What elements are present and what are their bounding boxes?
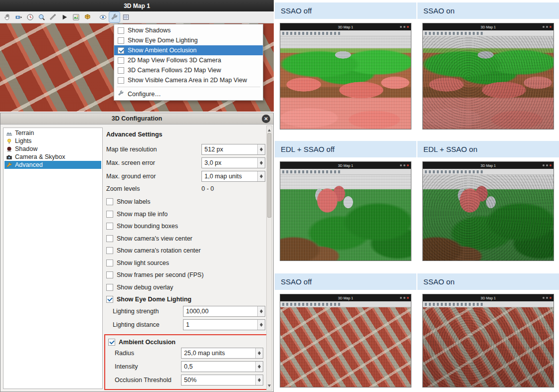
window-title: 3D Map 1 (124, 2, 150, 9)
spinbox-arrows[interactable] (257, 320, 265, 330)
checkbox-show-camera-view-center[interactable]: Show camera's view center (106, 233, 265, 245)
mini-window-controls (543, 164, 552, 166)
mini-window-title: 3D Map 1 (338, 296, 353, 300)
field-lighting-distance: Lighting distance 1 (113, 319, 265, 331)
zoom-full-icon[interactable] (36, 12, 47, 22)
checkbox-ambient-occlusion[interactable]: Ambient Occlusion (108, 337, 263, 348)
3d-map-window-titlebar[interactable]: 3D Map 1 (0, 0, 274, 11)
spinbox-arrows[interactable] (257, 158, 265, 168)
spinbox-value[interactable]: 1 (184, 320, 257, 330)
mini-window-title: 3D Map 1 (481, 164, 496, 167)
checkbox-show-labels[interactable]: Show labels (106, 196, 265, 208)
measure-icon[interactable] (48, 12, 58, 22)
checkbox[interactable] (106, 284, 113, 291)
checkbox-show-camera-rotation-center[interactable]: Show camera's rotation center (106, 245, 265, 257)
checkbox[interactable] (106, 235, 113, 242)
spinbox-arrows[interactable] (255, 348, 263, 358)
checkbox-show-fps[interactable]: Show frames per second (FPS) (106, 269, 265, 281)
checkbox-checked[interactable] (106, 296, 113, 303)
close-icon[interactable]: ✕ (262, 115, 270, 123)
sidebar-item-lights[interactable]: Lights (4, 137, 101, 145)
sidebar-item-camera-skybox[interactable]: Camera & Skybox (4, 153, 101, 161)
checkbox-label: Show camera's rotation center (117, 247, 200, 254)
menu-item-show-visible-camera-area[interactable]: Show Visible Camera Area in 2D Map View (114, 75, 263, 85)
camera-control-icon[interactable] (13, 12, 24, 22)
menu-item-3d-follows-2d[interactable]: 3D Camera Follows 2D Map View (114, 65, 263, 75)
spinbox-value[interactable]: 1,0 map units (202, 171, 257, 181)
checkbox (118, 37, 124, 44)
lighting-strength-spinbox[interactable]: 1000,00 (183, 306, 265, 317)
scroll-up-icon[interactable] (267, 126, 272, 132)
comparison-image-cell: 3D Map 1 (417, 161, 559, 261)
checkbox[interactable] (106, 247, 113, 254)
spinbox-value[interactable]: 50% (182, 375, 255, 385)
map-tile-resolution-spinbox[interactable]: 512 px (201, 144, 265, 155)
mini-window-titlebar: 3D Map 1 (423, 294, 554, 301)
scene-edl-ssao-off (280, 175, 411, 261)
checkbox-show-map-tile-info[interactable]: Show map tile info (106, 208, 265, 221)
checkbox (118, 77, 124, 84)
checkbox[interactable] (106, 198, 113, 205)
menu-item-2d-follows-3d[interactable]: 2D Map View Follows 3D Camera (114, 55, 263, 65)
checkbox-show-debug-overlay[interactable]: Show debug overlay (106, 281, 265, 294)
field-radius: Radius 25,0 map units (115, 348, 263, 359)
table-icon[interactable] (121, 12, 131, 22)
spinbox-value[interactable]: 512 px (202, 144, 257, 154)
spinbox-arrows[interactable] (255, 375, 263, 385)
menu-item-configure[interactable]: Configure… (114, 89, 263, 99)
checkbox[interactable] (106, 211, 113, 218)
spinbox-value[interactable]: 25,0 map units (182, 348, 255, 358)
checkbox[interactable] (106, 271, 113, 278)
max-ground-error-spinbox[interactable]: 1,0 map units (201, 171, 265, 182)
field-occlusion-threshold: Occlusion Threshold 50% (115, 375, 263, 386)
max-screen-error-spinbox[interactable]: 3,0 px (201, 157, 265, 168)
spinbox-arrows[interactable] (257, 144, 265, 154)
mini-toolbar (423, 30, 554, 36)
spinbox-value[interactable]: 0,5 (182, 362, 255, 372)
occlusion-threshold-spinbox[interactable]: 50% (181, 375, 263, 386)
zoom-levels-value: 0 - 0 (201, 185, 265, 192)
intensity-spinbox[interactable]: 0,5 (181, 361, 263, 372)
spinbox-arrows[interactable] (255, 362, 263, 372)
settings-category-list: Terrain Lights Shadow Camera & Skybox Ad… (3, 128, 103, 389)
checkbox-show-eye-dome-lighting[interactable]: Show Eye Dome Lighting (106, 293, 265, 306)
spinbox-arrows[interactable] (257, 306, 265, 316)
spinbox-value[interactable]: 1000,00 (184, 306, 257, 316)
field-label: Map tile resolution (106, 146, 201, 153)
field-max-ground-error: Max. ground error 1,0 map units (106, 170, 265, 182)
scrollbar-thumb[interactable] (267, 133, 271, 218)
checkbox-checked[interactable] (108, 339, 115, 346)
pan-icon[interactable] (2, 12, 12, 22)
menu-item-show-shadows[interactable]: Show Shadows (114, 25, 263, 35)
sidebar-item-terrain[interactable]: Terrain (4, 129, 101, 137)
spinbox-value[interactable]: 3,0 px (202, 158, 257, 168)
export-3d-icon[interactable] (82, 12, 93, 22)
sidebar-item-shadow[interactable]: Shadow (4, 145, 101, 153)
comparison-image-cell: 3D Map 1 (417, 294, 559, 388)
field-label: Intensity (115, 363, 181, 370)
scene-city-ssao-off (280, 307, 411, 387)
advanced-settings-panel: Advanced Settings Map tile resolution 51… (106, 128, 265, 391)
radius-spinbox[interactable]: 25,0 map units (181, 348, 263, 359)
menu-item-show-eye-dome-lighting[interactable]: Show Eye Dome Lighting (114, 35, 263, 45)
dialog-scrollbar[interactable] (266, 126, 272, 391)
comparison-section-1: SSAO off SSAO on 3D Map 1 3D Map 1 (275, 2, 559, 134)
ambient-occlusion-highlight-box: Ambient Occlusion Radius 25,0 map units … (104, 334, 267, 390)
save-image-icon[interactable] (71, 12, 81, 22)
spinbox-arrows[interactable] (257, 171, 265, 181)
dialog-titlebar[interactable]: 3D Configuration ✕ (0, 113, 273, 125)
scroll-down-icon[interactable] (267, 384, 272, 390)
checkbox-show-light-sources[interactable]: Show light sources (106, 257, 265, 269)
eye-icon[interactable] (98, 12, 108, 22)
sidebar-item-advanced[interactable]: Advanced (4, 161, 101, 169)
checkbox[interactable] (106, 260, 113, 266)
checkbox-show-bounding-boxes[interactable]: Show bounding boxes (106, 220, 265, 233)
menu-item-show-ambient-occlusion[interactable]: Show Ambient Occlusion (114, 45, 263, 55)
comparison-image-cell: 3D Map 1 (275, 161, 416, 261)
menu-separator (117, 87, 260, 87)
lighting-distance-spinbox[interactable]: 1 (183, 319, 265, 330)
checkbox[interactable] (106, 223, 113, 230)
effects-wrench-icon[interactable] (109, 12, 120, 22)
animation-clock-icon[interactable] (25, 12, 35, 22)
play-icon[interactable] (59, 12, 70, 22)
